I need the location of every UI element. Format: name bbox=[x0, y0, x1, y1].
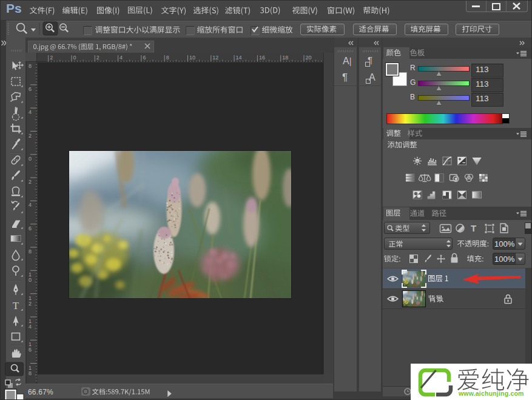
svg-text:2: 2 bbox=[29, 179, 32, 185]
svg-text:6: 6 bbox=[29, 225, 32, 232]
svg-text:2: 2 bbox=[96, 55, 99, 61]
svg-text:0: 0 bbox=[73, 55, 76, 61]
svg-text:14: 14 bbox=[236, 55, 242, 61]
svg-text:10: 10 bbox=[189, 55, 195, 61]
svg-text:4: 4 bbox=[29, 324, 32, 330]
svg-text:12: 12 bbox=[212, 55, 218, 61]
svg-text:6: 6 bbox=[143, 55, 146, 61]
svg-text:4: 4 bbox=[29, 109, 32, 115]
svg-text:20: 20 bbox=[306, 55, 312, 61]
svg-text:6: 6 bbox=[29, 347, 32, 353]
svg-text:8: 8 bbox=[29, 370, 32, 376]
svg-text:T: T bbox=[13, 300, 19, 312]
svg-text:8: 8 bbox=[29, 248, 32, 255]
svg-text:2: 2 bbox=[29, 301, 32, 307]
svg-text:4: 4 bbox=[29, 202, 32, 208]
svg-text:0: 0 bbox=[29, 156, 32, 162]
svg-text:0: 0 bbox=[29, 277, 32, 283]
svg-text:18: 18 bbox=[282, 55, 288, 61]
svg-text:8: 8 bbox=[166, 55, 169, 61]
svg-text:2: 2 bbox=[29, 133, 32, 139]
svg-text:6: 6 bbox=[29, 86, 32, 92]
svg-text:8: 8 bbox=[29, 63, 32, 69]
svg-text:16: 16 bbox=[259, 55, 265, 61]
svg-text:4: 4 bbox=[120, 55, 123, 61]
svg-text:2: 2 bbox=[50, 55, 53, 61]
